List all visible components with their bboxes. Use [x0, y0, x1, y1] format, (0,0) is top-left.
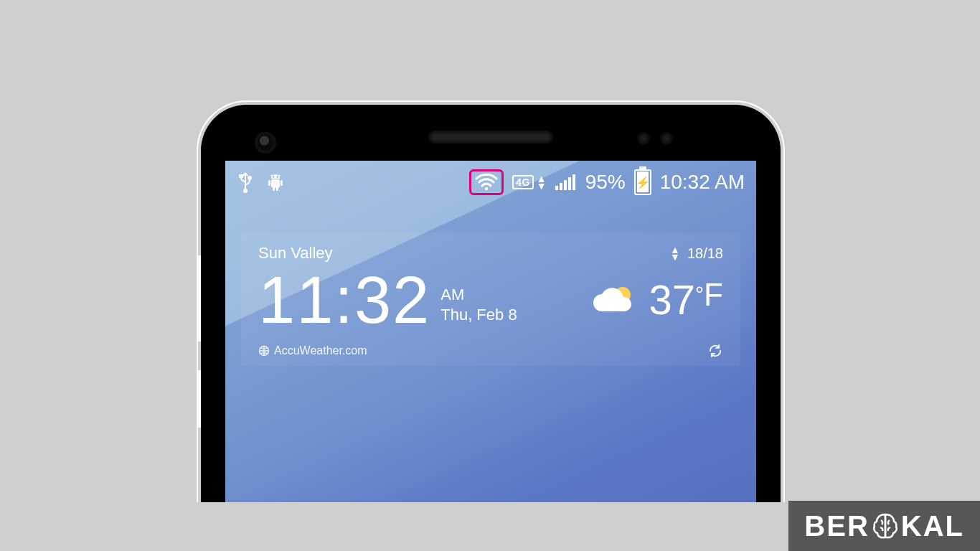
weather-clock-widget[interactable]: Sun Valley ▲▼ 18/18 11:32 AM Thu, Feb 8 — [241, 232, 740, 366]
sensor-cluster — [637, 132, 673, 145]
weather-source-label: AccuWeather.com — [274, 344, 367, 357]
globe-icon — [258, 345, 270, 357]
temp-value: 37 — [649, 279, 696, 321]
svg-line-7 — [278, 175, 280, 177]
status-clock: 10:32 AM — [660, 171, 745, 194]
svg-point-12 — [485, 187, 488, 190]
wifi-icon-highlighted — [469, 169, 504, 195]
phone-screen: 4G ▲▼ 95% — [225, 161, 756, 502]
svg-rect-16 — [568, 177, 571, 190]
usb-icon — [237, 171, 254, 193]
svg-rect-14 — [560, 183, 562, 190]
status-bar: 4G ▲▼ 95% — [225, 161, 756, 204]
svg-rect-9 — [281, 180, 283, 186]
svg-rect-0 — [239, 174, 243, 178]
battery-charging-icon: ⚡ — [634, 169, 651, 195]
page-count: 18/18 — [687, 245, 723, 262]
svg-rect-10 — [273, 187, 275, 191]
clock-ampm: AM — [440, 285, 517, 306]
power-button — [197, 370, 201, 428]
temp-degree: ° — [695, 283, 704, 305]
battery-percent: 95% — [585, 171, 626, 194]
watermark-text-2: KAL — [901, 510, 964, 542]
signal-strength-icon — [555, 173, 577, 192]
front-camera-icon — [255, 132, 276, 154]
widget-weather[interactable]: 37 ° F — [589, 279, 723, 321]
widget-clock[interactable]: 11:32 AM Thu, Feb 8 — [258, 267, 517, 333]
refresh-icon[interactable] — [707, 343, 723, 359]
svg-rect-8 — [268, 180, 270, 186]
watermark-text-1: BER — [804, 510, 869, 542]
weather-cloudy-icon — [589, 283, 639, 317]
phone-mockup: 4G ▲▼ 95% — [197, 100, 785, 502]
temp-unit: F — [704, 279, 723, 311]
svg-rect-15 — [564, 180, 567, 190]
phone-body: 4G ▲▼ 95% — [201, 105, 781, 502]
network-badge: 4G — [512, 175, 534, 189]
volume-button — [197, 255, 201, 342]
weather-source[interactable]: AccuWeather.com — [258, 344, 367, 357]
mobile-data-4g-icon: 4G ▲▼ — [512, 175, 547, 189]
site-watermark: BER KAL — [788, 501, 980, 551]
brain-icon — [871, 512, 900, 540]
clock-time: 11:32 — [258, 267, 430, 333]
widget-page-indicator[interactable]: ▲▼ 18/18 — [670, 245, 723, 262]
page-arrows-icon: ▲▼ — [670, 246, 680, 260]
svg-rect-11 — [276, 187, 278, 191]
android-debug-icon — [265, 173, 286, 192]
svg-rect-3 — [271, 179, 280, 188]
weather-location: Sun Valley — [258, 244, 333, 263]
svg-rect-13 — [555, 186, 558, 190]
clock-date: Thu, Feb 8 — [440, 305, 517, 326]
svg-point-1 — [248, 176, 252, 180]
svg-line-6 — [271, 175, 273, 177]
svg-point-2 — [243, 189, 248, 193]
svg-rect-17 — [573, 174, 575, 190]
earpiece-speaker — [430, 132, 552, 142]
